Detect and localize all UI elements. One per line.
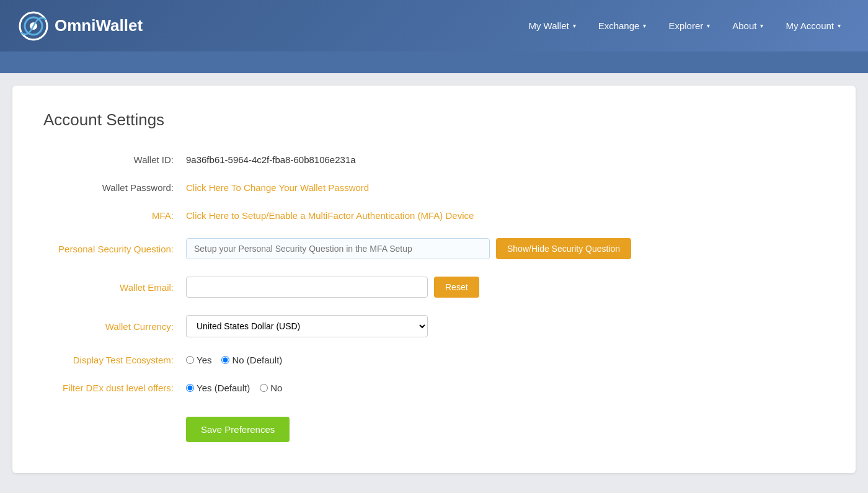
display-test-label: Display Test Ecosystem: [43, 355, 186, 365]
save-preferences-button[interactable]: Save Preferences [186, 417, 290, 442]
wallet-id-row: Wallet ID: 9a36fb61-5964-4c2f-fba8-60b81… [43, 154, 825, 165]
filter-dex-yes-label: Yes (Default) [197, 383, 250, 393]
wallet-currency-row: Wallet Currency: United States Dollar (U… [43, 315, 825, 337]
filter-dex-row: Filter DEx dust level offers: Yes (Defau… [43, 383, 825, 393]
security-question-label: Personal Security Question: [43, 244, 186, 254]
wallet-email-row: Wallet Email: Reset [43, 277, 825, 298]
mfa-setup-link[interactable]: Click Here to Setup/Enable a MultiFactor… [186, 210, 474, 221]
nav-item-exchange[interactable]: Exchange ▾ [590, 16, 655, 36]
chevron-down-icon: ▾ [707, 22, 710, 29]
wallet-currency-label: Wallet Currency: [43, 321, 186, 332]
chevron-down-icon: ▾ [573, 22, 576, 29]
chevron-down-icon: ▾ [838, 22, 841, 29]
display-test-yes-radio[interactable] [186, 356, 194, 364]
security-question-row: Personal Security Question: Show/Hide Se… [43, 238, 825, 259]
filter-dex-no-label: No [270, 383, 282, 393]
save-preferences-container: Save Preferences [43, 411, 825, 442]
wallet-currency-select[interactable]: United States Dollar (USD) Euro (EUR) Br… [186, 315, 428, 337]
filter-dex-label: Filter DEx dust level offers: [43, 383, 186, 393]
nav-item-explorer[interactable]: Explorer ▾ [660, 16, 719, 36]
logo-text: OmniWallet [55, 16, 143, 35]
settings-card: Account Settings Wallet ID: 9a36fb61-596… [12, 86, 856, 473]
display-test-no-radio[interactable] [221, 356, 229, 364]
wallet-id-label: Wallet ID: [43, 154, 186, 165]
change-password-link[interactable]: Click Here To Change Your Wallet Passwor… [186, 182, 369, 193]
chevron-down-icon: ▾ [643, 22, 646, 29]
navbar: OmniWallet My Wallet ▾ Exchange ▾ Explor… [0, 0, 868, 51]
wallet-email-input[interactable] [186, 277, 428, 298]
display-test-ecosystem-row: Display Test Ecosystem: Yes No (Default) [43, 355, 825, 365]
sub-header [0, 51, 868, 73]
filter-dex-radio-group: Yes (Default) No [186, 383, 282, 393]
wallet-password-label: Wallet Password: [43, 182, 186, 193]
mfa-label: MFA: [43, 210, 186, 221]
filter-dex-yes-radio[interactable] [186, 384, 194, 392]
page-title: Account Settings [43, 110, 825, 130]
display-test-yes-label: Yes [197, 355, 211, 365]
filter-dex-no-radio[interactable] [260, 384, 268, 392]
nav-links: My Wallet ▾ Exchange ▾ Explorer ▾ About … [520, 16, 849, 36]
wallet-password-row: Wallet Password: Click Here To Change Yo… [43, 182, 825, 193]
logo-icon [19, 11, 48, 41]
main-content: Account Settings Wallet ID: 9a36fb61-596… [0, 73, 868, 486]
logo[interactable]: OmniWallet [19, 11, 143, 41]
nav-item-my-wallet[interactable]: My Wallet ▾ [520, 16, 584, 36]
chevron-down-icon: ▾ [760, 22, 763, 29]
nav-item-about[interactable]: About ▾ [724, 16, 772, 36]
wallet-email-label: Wallet Email: [43, 282, 186, 293]
wallet-id-value: 9a36fb61-5964-4c2f-fba8-60b8106e231a [186, 154, 356, 165]
reset-email-button[interactable]: Reset [434, 277, 479, 298]
security-question-input[interactable] [186, 238, 490, 259]
mfa-row: MFA: Click Here to Setup/Enable a MultiF… [43, 210, 825, 221]
display-test-no-label: No (Default) [232, 355, 282, 365]
nav-item-my-account[interactable]: My Account ▾ [777, 16, 849, 36]
display-test-radio-group: Yes No (Default) [186, 355, 282, 365]
show-hide-security-button[interactable]: Show/Hide Security Question [496, 238, 631, 259]
